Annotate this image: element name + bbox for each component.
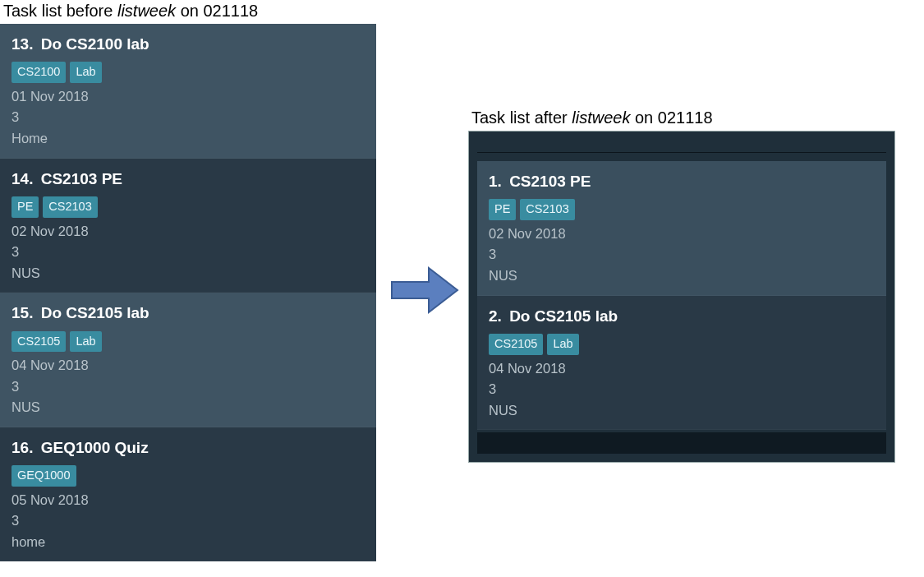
task-card[interactable]: 15. Do CS2105 labCS2105Lab04 Nov 20183NU…: [0, 293, 376, 427]
task-card[interactable]: 13. Do CS2100 labCS2100Lab01 Nov 20183Ho…: [0, 24, 376, 159]
task-priority: 3: [11, 510, 365, 532]
task-title-text: Do CS2105 lab: [505, 307, 618, 325]
task-priority: 3: [11, 242, 365, 263]
task-location: NUS: [489, 265, 875, 287]
task-priority: 3: [489, 379, 875, 400]
task-title: 15. Do CS2105 lab: [11, 301, 365, 325]
task-title: 2. Do CS2105 lab: [489, 304, 875, 328]
task-location: NUS: [11, 263, 365, 284]
tag: Lab: [70, 62, 101, 82]
task-title-text: CS2103 PE: [36, 170, 122, 187]
task-card[interactable]: 14. CS2103 PEPECS210302 Nov 20183NUS: [0, 159, 376, 293]
task-title-text: CS2103 PE: [505, 173, 591, 190]
task-date: 02 Nov 2018: [11, 221, 365, 242]
tag: CS2103: [520, 199, 574, 219]
tag: CS2103: [43, 196, 97, 217]
before-caption-post: on 021118: [176, 2, 258, 20]
after-top-sliver: [477, 140, 886, 153]
tag-row: PECS2103: [11, 196, 365, 217]
task-title: 1. CS2103 PE: [489, 169, 875, 193]
tag-row: PECS2103: [489, 198, 875, 219]
before-caption-em: listweek: [117, 2, 176, 20]
before-caption: Task list before listweek on 021118: [0, 0, 376, 22]
tag-row: GEQ1000: [11, 464, 365, 486]
tag: CS2105: [11, 331, 66, 352]
tag: CS2100: [11, 62, 66, 82]
task-card[interactable]: 1. CS2103 PEPECS210302 Nov 20183NUS: [477, 161, 886, 296]
task-date: 02 Nov 2018: [489, 224, 875, 245]
task-priority: 3: [11, 107, 365, 128]
tag: Lab: [547, 334, 578, 354]
task-location: home: [11, 532, 365, 553]
tag: PE: [11, 196, 39, 217]
task-number: 2.: [489, 307, 502, 325]
task-card[interactable]: 2. Do CS2105 labCS2105Lab04 Nov 20183NUS: [477, 296, 886, 431]
after-caption-pre: Task list after: [471, 108, 572, 127]
after-bottom-bar: [477, 432, 886, 454]
after-caption: Task list after listweek on 021118: [468, 107, 895, 129]
task-title: 14. CS2103 PE: [11, 167, 365, 191]
tag: PE: [489, 199, 516, 219]
before-panel: Task list before listweek on 021118 13. …: [0, 0, 376, 561]
task-date: 05 Nov 2018: [11, 490, 365, 511]
task-date: 01 Nov 2018: [11, 86, 365, 108]
tag: Lab: [70, 331, 101, 352]
task-location: Home: [11, 128, 365, 150]
arrow-icon: [388, 261, 462, 319]
after-caption-em: listweek: [572, 108, 630, 127]
task-location: NUS: [11, 397, 365, 418]
tag-row: CS2100Lab: [11, 61, 365, 82]
task-number: 14.: [11, 170, 33, 187]
task-number: 1.: [489, 173, 502, 190]
task-title-text: Do CS2100 lab: [36, 35, 149, 53]
task-title-text: GEQ1000 Quiz: [36, 439, 148, 456]
task-card[interactable]: 16. GEQ1000 QuizGEQ100005 Nov 20183home: [0, 427, 376, 562]
tag-row: CS2105Lab: [489, 333, 875, 354]
task-number: 15.: [11, 304, 33, 321]
after-task-list-frame: 1. CS2103 PEPECS210302 Nov 20183NUS2. Do…: [468, 131, 895, 463]
after-caption-post: on 021118: [630, 108, 712, 127]
tag-row: CS2105Lab: [11, 330, 365, 352]
task-priority: 3: [11, 376, 365, 398]
task-title: 16. GEQ1000 Quiz: [11, 436, 365, 459]
task-location: NUS: [489, 400, 875, 422]
after-panel: Task list after listweek on 021118 1. CS…: [468, 107, 895, 463]
task-title: 13. Do CS2100 lab: [11, 32, 365, 56]
before-caption-pre: Task list before: [3, 2, 117, 20]
task-priority: 3: [489, 244, 875, 265]
task-number: 16.: [11, 439, 33, 456]
tag: CS2105: [489, 334, 543, 354]
task-title-text: Do CS2105 lab: [36, 304, 149, 321]
task-date: 04 Nov 2018: [11, 355, 365, 376]
task-number: 13.: [11, 35, 33, 53]
after-task-list: 1. CS2103 PEPECS210302 Nov 20183NUS2. Do…: [477, 161, 886, 430]
task-date: 04 Nov 2018: [489, 358, 875, 380]
tag: GEQ1000: [11, 465, 76, 486]
before-task-list: 13. Do CS2100 labCS2100Lab01 Nov 20183Ho…: [0, 24, 376, 561]
